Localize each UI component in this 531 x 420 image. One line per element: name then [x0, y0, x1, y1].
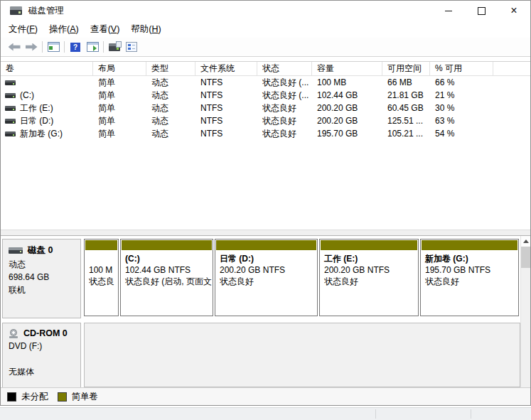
column-header-capacity[interactable]: 容量	[312, 62, 382, 75]
volume-icon	[5, 119, 16, 124]
disk-popup-button[interactable]	[106, 39, 123, 55]
chevron-up-icon	[523, 239, 529, 243]
cell-percent-free: 21 %	[430, 89, 493, 102]
cell-file-system: NTFS	[195, 102, 257, 114]
close-icon: ×	[510, 5, 517, 16]
cdrom-spacer	[3, 352, 80, 365]
volume-row[interactable]: (C:)简单动态NTFS状态良好 (...102.44 GB21.81 GB21…	[1, 89, 530, 102]
cdrom-info-panel[interactable]: CD-ROM 0 DVD (F:) 无媒体	[2, 323, 81, 387]
volume-row[interactable]: 工作 (E:)简单动态NTFS状态良好200.20 GB60.45 GB30 %	[1, 102, 530, 114]
menu-item-a[interactable]: 操作(A)	[43, 21, 85, 38]
pane-splitter[interactable]	[1, 230, 530, 236]
disk0-info-panel[interactable]: 磁盘 0 动态 698.64 GB 联机	[2, 239, 81, 318]
cell-layout: 简单	[93, 89, 146, 102]
partition-text: 新加卷 (G:)195.70 GB NTFS状态良好	[421, 251, 518, 287]
partition-text: 日常 (D:)200.20 GB NTFS状态良好	[215, 251, 317, 287]
scrollbar-thumb[interactable]	[521, 247, 530, 268]
back-button[interactable]	[6, 39, 23, 55]
volume-table-header: 卷布局类型文件系统状态容量可用空间% 可用	[1, 61, 530, 76]
forward-button[interactable]	[23, 39, 40, 55]
cell-file-system: NTFS	[195, 76, 257, 89]
menu-bar: 文件(F)操作(A)查看(V)帮助(H)	[1, 21, 530, 38]
column-header-layout[interactable]: 布局	[93, 62, 146, 75]
disk0-row: 磁盘 0 动态 698.64 GB 联机 100 M状态良(C:)102.44 …	[2, 239, 520, 318]
volume-icon	[5, 131, 16, 136]
menu-item-v[interactable]: 查看(V)	[85, 21, 126, 38]
window-title: 磁盘管理	[28, 5, 64, 17]
minimize-icon	[445, 11, 452, 11]
column-header-volume[interactable]: 卷	[1, 62, 93, 75]
properties-checklist-button[interactable]	[123, 39, 140, 55]
help-icon: ?	[70, 43, 80, 52]
cell-percent-free: 54 %	[430, 127, 493, 140]
cdrom-media-status: 无媒体	[3, 365, 80, 378]
close-button[interactable]: ×	[498, 1, 530, 21]
cell-free-space: 66 MB	[382, 76, 430, 89]
scroll-up-button[interactable]	[521, 236, 530, 247]
column-header-empty	[493, 62, 530, 75]
cell-type: 动态	[146, 89, 195, 102]
partition-2[interactable]: 日常 (D:)200.20 GB NTFS状态良好	[215, 239, 318, 316]
cdrom-empty-track[interactable]	[84, 323, 520, 387]
maximize-icon	[478, 7, 486, 15]
disk0-partitions: 100 M状态良(C:)102.44 GB NTFS状态良好 (启动, 页面文日…	[84, 239, 520, 316]
cell-capacity: 195.70 GB	[312, 127, 382, 140]
disk0-type: 动态	[3, 258, 80, 271]
show-console-tree-button[interactable]	[45, 39, 62, 55]
toolbar-separator	[64, 41, 65, 53]
vertical-scrollbar[interactable]	[520, 236, 530, 387]
help-button[interactable]: ?	[67, 39, 84, 55]
cell-file-system: NTFS	[195, 127, 257, 140]
column-header-free-space[interactable]: 可用空间	[382, 62, 430, 75]
column-header-type[interactable]: 类型	[146, 62, 195, 75]
partition-4[interactable]: 新加卷 (G:)195.70 GB NTFS状态良好	[420, 239, 519, 316]
cell-free-space: 105.21 ...	[382, 127, 430, 140]
disk0-header: 磁盘 0	[3, 239, 80, 258]
cell-status: 状态良好	[257, 102, 312, 114]
partition-1[interactable]: (C:)102.44 GB NTFS状态良好 (启动, 页面文	[120, 239, 213, 316]
disk0-name: 磁盘 0	[28, 244, 53, 257]
cell-percent-free: 30 %	[430, 102, 493, 114]
legend-swatch	[7, 392, 16, 402]
menu-item-h[interactable]: 帮助(H)	[125, 21, 166, 38]
column-header-file-system[interactable]: 文件系统	[195, 62, 257, 75]
cell-percent-free: 63 %	[430, 114, 493, 127]
disk0-size: 698.64 GB	[3, 271, 80, 284]
cell-file-system: NTFS	[195, 89, 257, 102]
minimize-button[interactable]	[432, 1, 465, 21]
volume-row[interactable]: 新加卷 (G:)简单动态NTFS状态良好195.70 GB105.21 ...5…	[1, 127, 530, 140]
legend-item: 简单卷	[58, 391, 99, 403]
legend-label: 未分配	[21, 391, 48, 403]
cell-free-space: 21.81 GB	[382, 89, 430, 102]
cell-free-space: 125.51 ...	[382, 114, 430, 127]
partition-color-strip	[321, 240, 417, 250]
partition-0[interactable]: 100 M状态良	[84, 239, 119, 316]
cell-layout: 简单	[93, 127, 146, 140]
volume-row[interactable]: 简单动态NTFS状态良好 (...100 MB66 MB66 %	[1, 76, 530, 89]
column-header-status[interactable]: 状态	[257, 62, 312, 75]
cell-volume: (C:)	[1, 89, 93, 102]
show-action-pane-icon	[87, 42, 99, 52]
toolbar-separator	[42, 41, 43, 53]
partition-color-strip	[216, 240, 316, 250]
toolbar-separator	[103, 41, 104, 53]
cell-percent-free: 66 %	[430, 76, 493, 89]
show-action-pane-button[interactable]	[84, 39, 101, 55]
partition-text: 100 M状态良	[85, 251, 118, 287]
disk0-status: 联机	[3, 284, 80, 296]
column-header-percent-free[interactable]: % 可用	[430, 62, 493, 75]
hard-disk-icon	[9, 247, 23, 254]
graphical-view-pane: 磁盘 0 动态 698.64 GB 联机 100 M状态良(C:)102.44 …	[1, 236, 530, 405]
disk-popup-icon	[109, 43, 120, 51]
cdrom-row: CD-ROM 0 DVD (F:) 无媒体	[2, 323, 520, 387]
volume-row[interactable]: 日常 (D:)简单动态NTFS状态良好200.20 GB125.51 ...63…	[1, 114, 530, 127]
properties-checklist-icon	[126, 42, 137, 52]
taskbar-separator	[471, 409, 471, 419]
menu-item-f[interactable]: 文件(F)	[3, 21, 43, 38]
cell-status: 状态良好 (...	[257, 76, 312, 89]
cell-free-space: 60.45 GB	[382, 102, 430, 114]
maximize-button[interactable]	[465, 1, 498, 21]
cell-type: 动态	[146, 102, 195, 114]
show-console-tree-icon	[48, 42, 60, 52]
partition-3[interactable]: 工作 (E:)200.20 GB NTFS状态良好	[319, 239, 419, 316]
